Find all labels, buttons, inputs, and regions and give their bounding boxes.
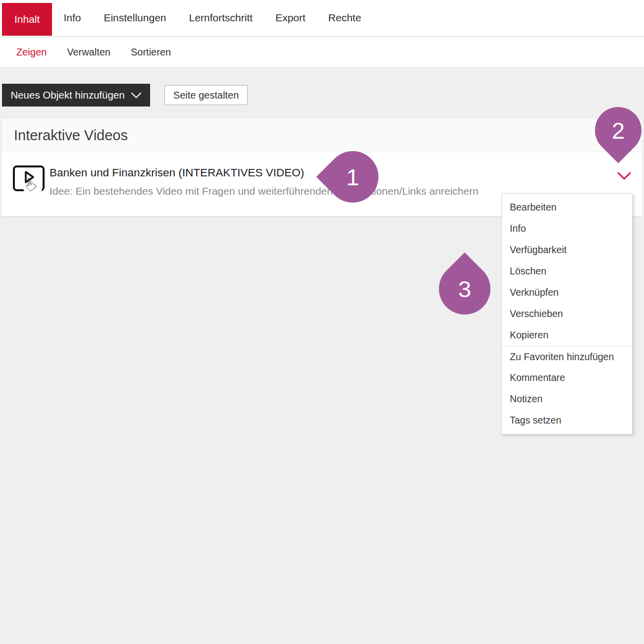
menu-item-notizen[interactable]: Notizen: [502, 388, 632, 410]
menu-item-zu-favoriten[interactable]: Zu Favoriten hinzufügen: [502, 346, 632, 367]
callout-pin-3-number: 3: [439, 263, 490, 315]
callout-pin-2: 2: [595, 107, 642, 154]
subtab-verwalten[interactable]: Verwalten: [64, 47, 113, 58]
subtab-zeigen[interactable]: Zeigen: [13, 47, 50, 58]
item-description: Idee: Ein bestehendes Video mit Fragen u…: [50, 185, 479, 197]
content-block-header: Interaktive Videos: [2, 119, 642, 152]
menu-item-verschieben[interactable]: Verschieben: [502, 303, 632, 324]
item-actions-dropdown-icon[interactable]: [617, 171, 632, 181]
design-page-button[interactable]: Seite gestalten: [164, 85, 248, 105]
menu-item-verfuegbarkeit[interactable]: Verfügbarkeit: [502, 239, 632, 261]
menu-item-loeschen[interactable]: Löschen: [502, 261, 632, 282]
tab-export[interactable]: Export: [264, 0, 317, 36]
tab-lernfortschritt[interactable]: Lernfortschritt: [178, 0, 264, 36]
interactive-video-icon: ☝: [12, 163, 47, 201]
tab-rechte[interactable]: Rechte: [317, 0, 373, 36]
add-object-button[interactable]: Neues Objekt hinzufügen: [2, 84, 150, 107]
chevron-down-icon: [131, 89, 142, 101]
section-title: Interaktive Videos: [14, 127, 128, 144]
add-object-label: Neues Objekt hinzufügen: [10, 89, 124, 101]
sub-tab-bar: Zeigen Verwalten Sortieren: [0, 38, 644, 67]
actions-menu: Bearbeiten Info Verfügbarkeit Löschen Ve…: [501, 193, 633, 434]
main-tab-bar: Inhalt Info Einstellungen Lernfortschrit…: [0, 0, 644, 36]
menu-item-tags-setzen[interactable]: Tags setzen: [502, 410, 632, 431]
tab-einstellungen[interactable]: Einstellungen: [92, 0, 177, 36]
callout-pin-2-number: 2: [595, 107, 642, 154]
callout-pin-3: 3: [439, 263, 490, 315]
tab-inhalt[interactable]: Inhalt: [2, 3, 52, 36]
menu-item-info[interactable]: Info: [502, 218, 632, 239]
design-page-label: Seite gestalten: [173, 90, 239, 101]
menu-item-kommentare[interactable]: Kommentare: [502, 367, 632, 388]
menu-item-bearbeiten[interactable]: Bearbeiten: [502, 197, 632, 218]
callout-pin-1: 1: [327, 151, 378, 203]
tab-info[interactable]: Info: [52, 0, 92, 36]
callout-pin-1-number: 1: [327, 151, 378, 203]
subtab-sortieren[interactable]: Sortieren: [128, 47, 174, 58]
menu-item-verknuepfen[interactable]: Verknüpfen: [502, 282, 632, 303]
item-title-link[interactable]: Banken und Finanzkrisen (INTERAKTIVES VI…: [50, 166, 304, 179]
menu-item-kopieren[interactable]: Kopieren: [502, 324, 632, 346]
